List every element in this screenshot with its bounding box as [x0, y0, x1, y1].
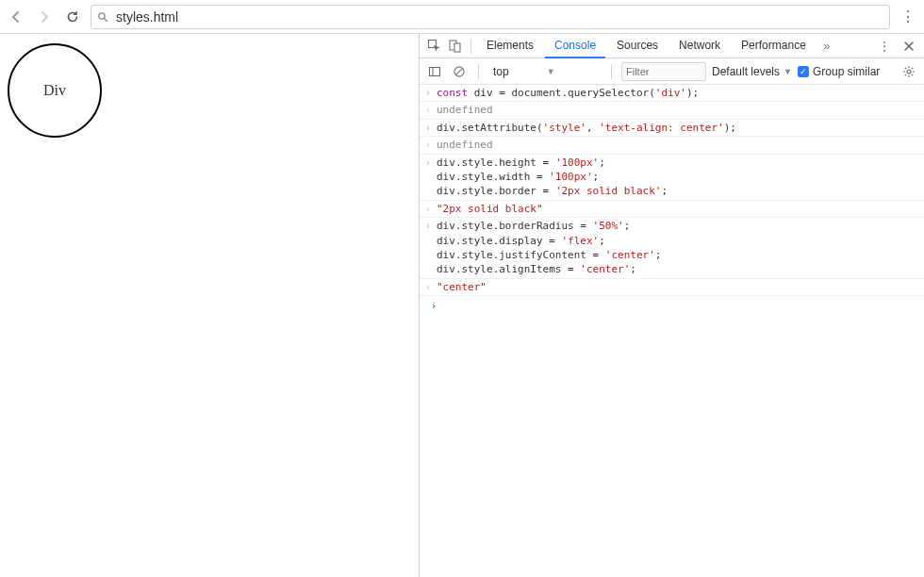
input-marker-icon: › — [420, 156, 437, 170]
clear-console-button[interactable] — [450, 62, 469, 81]
console-toolbar: top ▼ Default levels ▼ ✓ Group similar — [420, 58, 924, 85]
demo-div-text: Div — [43, 82, 66, 99]
console-body[interactable]: ›const div = document.querySelector('div… — [420, 85, 924, 577]
code-text: "center" — [437, 280, 487, 294]
console-input-row: ›div.style.borderRadius = '50%'; div.sty… — [420, 218, 924, 279]
svg-line-16 — [912, 67, 913, 68]
input-marker-icon: › — [420, 219, 437, 233]
address-input[interactable] — [114, 8, 883, 25]
code-text: div.style.borderRadius = '50%'; div.styl… — [437, 219, 661, 277]
svg-line-1 — [105, 18, 107, 21]
reload-button[interactable] — [62, 7, 83, 27]
kebab-icon: ⋮ — [900, 8, 916, 25]
console-filter-input[interactable] — [621, 62, 706, 81]
chevrons-right-icon: » — [823, 39, 830, 53]
checkbox-checked-icon: ✓ — [798, 66, 809, 77]
code-text: div.style.height = '100px'; div.style.wi… — [437, 156, 668, 199]
input-marker-icon: › — [420, 86, 437, 100]
demo-div: Div — [8, 43, 102, 138]
reload-icon — [65, 9, 80, 25]
device-icon — [448, 39, 463, 54]
address-bar: ⋮ — [0, 0, 924, 34]
device-toolbar-button[interactable] — [446, 37, 465, 56]
address-input-container[interactable] — [91, 5, 890, 29]
code-text: "2px solid black" — [437, 202, 543, 216]
console-output-row: ‹undefined — [420, 137, 924, 154]
code-text: const div = document.querySelector('div'… — [437, 86, 699, 100]
tabs-overflow-button[interactable]: » — [817, 37, 836, 56]
svg-point-9 — [907, 70, 911, 74]
devtools-panel: Elements Console Sources Network Perform… — [419, 34, 924, 577]
svg-rect-5 — [430, 67, 440, 75]
output-marker-icon: ‹ — [420, 202, 437, 216]
devtools-close-button[interactable] — [899, 37, 918, 56]
close-icon — [903, 41, 915, 52]
browser-menu-button[interactable]: ⋮ — [898, 8, 918, 25]
console-input-row: ›div.setAttribute('style', 'text-align: … — [420, 120, 924, 137]
prompt-marker-icon: › — [425, 298, 442, 313]
kebab-icon: ⋮ — [879, 40, 890, 53]
code-text: undefined — [437, 138, 493, 152]
console-output-row: ‹"center" — [420, 279, 924, 296]
devtools-tabstrip: Elements Console Sources Network Perform… — [420, 34, 924, 58]
console-input-row: ›div.style.height = '100px'; div.style.w… — [420, 155, 924, 201]
arrow-right-icon — [37, 9, 52, 25]
svg-line-17 — [905, 74, 906, 74]
execution-context-select[interactable]: top ▼ — [488, 62, 602, 81]
tab-console[interactable]: Console — [545, 34, 605, 58]
svg-rect-4 — [454, 43, 460, 52]
separator — [611, 64, 612, 79]
console-sidebar-toggle[interactable] — [425, 62, 444, 81]
console-output-row: ‹"2px solid black" — [420, 201, 924, 218]
svg-line-15 — [912, 74, 913, 74]
separator — [470, 39, 471, 54]
input-marker-icon: › — [420, 121, 437, 135]
output-marker-icon: ‹ — [420, 280, 437, 294]
tab-performance[interactable]: Performance — [732, 34, 816, 58]
forward-button[interactable] — [34, 7, 55, 27]
svg-line-8 — [456, 68, 463, 74]
gear-icon — [902, 65, 916, 78]
inspect-icon — [427, 39, 442, 54]
log-levels-select[interactable]: Default levels ▼ — [712, 65, 792, 78]
search-icon — [97, 11, 108, 23]
code-text: undefined — [437, 103, 493, 117]
console-output-row: ‹undefined — [420, 102, 924, 119]
back-button[interactable] — [6, 7, 26, 27]
devtools-menu-button[interactable]: ⋮ — [875, 37, 894, 56]
page-viewport: Div — [0, 34, 419, 577]
console-prompt[interactable]: › — [420, 296, 924, 315]
separator — [478, 64, 479, 79]
arrow-left-icon — [8, 9, 24, 25]
output-marker-icon: ‹ — [420, 103, 437, 117]
console-input-row: ›const div = document.querySelector('div… — [420, 85, 924, 102]
tab-network[interactable]: Network — [669, 34, 730, 58]
chevron-down-icon: ▼ — [784, 67, 792, 76]
tab-sources[interactable]: Sources — [607, 34, 668, 58]
chevron-down-icon: ▼ — [547, 67, 555, 76]
svg-line-14 — [905, 67, 906, 68]
group-similar-toggle[interactable]: ✓ Group similar — [798, 65, 880, 78]
context-label: top — [493, 65, 509, 78]
clear-icon — [453, 65, 466, 78]
output-marker-icon: ‹ — [420, 138, 437, 152]
sidebar-icon — [428, 65, 441, 78]
console-settings-button[interactable] — [899, 62, 918, 81]
tab-elements[interactable]: Elements — [477, 34, 543, 58]
inspect-element-button[interactable] — [425, 37, 444, 56]
code-text: div.setAttribute('style', 'text-align: c… — [437, 121, 736, 135]
